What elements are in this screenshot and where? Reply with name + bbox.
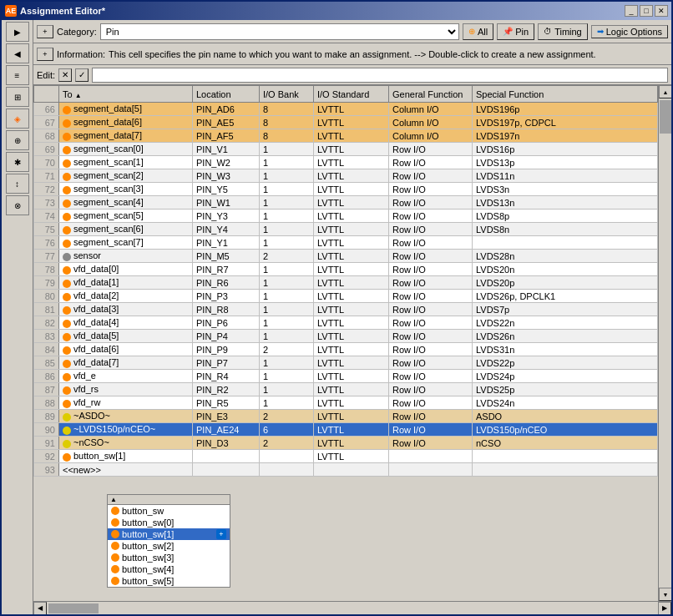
row-location[interactable]: PIN_W3: [193, 169, 260, 183]
row-location[interactable]: PIN_Y3: [193, 210, 260, 223]
vertical-scrollbar[interactable]: ▲ ▼: [658, 85, 671, 601]
scroll-right-button[interactable]: ▶: [658, 602, 671, 615]
row-location[interactable]: PIN_R2: [193, 383, 260, 396]
scroll-up-button[interactable]: ▲: [659, 85, 671, 98]
row-bank[interactable]: 1: [260, 223, 314, 236]
row-special[interactable]: LVDS20p: [473, 276, 658, 290]
row-location[interactable]: PIN_AF5: [193, 129, 260, 143]
row-bank[interactable]: 8: [260, 116, 314, 129]
row-special[interactable]: [473, 463, 658, 477]
row-general[interactable]: Row I/O: [389, 156, 473, 169]
row-std[interactable]: LVTTL: [314, 263, 389, 276]
row-std[interactable]: LVTTL: [314, 143, 389, 156]
row-bank[interactable]: 1: [260, 303, 314, 316]
row-name[interactable]: segment_scan[7]: [59, 236, 193, 250]
row-std[interactable]: LVTTL: [314, 276, 389, 290]
row-location[interactable]: PIN_E3: [193, 410, 260, 423]
table-row[interactable]: 76segment_scan[7]PIN_Y11LVTTLRow I/O: [34, 236, 658, 250]
edit-input[interactable]: [92, 68, 668, 83]
row-name[interactable]: vfd_data[0]: [59, 263, 193, 276]
row-special[interactable]: LVDS196p: [473, 103, 658, 116]
row-general[interactable]: Column I/O: [389, 103, 473, 116]
row-bank[interactable]: 1: [260, 383, 314, 396]
row-location[interactable]: PIN_V1: [193, 143, 260, 156]
table-row[interactable]: 66segment_data[5]PIN_AD68LVTTLColumn I/O…: [34, 103, 658, 116]
table-row[interactable]: 68segment_data[7]PIN_AF58LVTTLColumn I/O…: [34, 129, 658, 143]
table-row[interactable]: 84vfd_data[6]PIN_P92LVTTLRow I/OLVDS31n: [34, 343, 658, 356]
row-location[interactable]: PIN_R4: [193, 370, 260, 383]
add-icon[interactable]: +: [216, 529, 226, 539]
row-bank[interactable]: 8: [260, 129, 314, 143]
col-header-std[interactable]: I/O Standard: [314, 86, 389, 103]
row-bank[interactable]: 1: [260, 236, 314, 250]
col-header-general[interactable]: General Function: [389, 86, 473, 103]
row-std[interactable]: LVTTL: [314, 156, 389, 169]
minimize-button[interactable]: _: [625, 5, 638, 17]
row-std[interactable]: LVTTL: [314, 183, 389, 196]
row-name[interactable]: segment_data[7]: [59, 129, 193, 143]
row-std[interactable]: LVTTL: [314, 169, 389, 183]
row-std[interactable]: LVTTL: [314, 236, 389, 250]
row-std[interactable]: LVTTL: [314, 437, 389, 450]
row-bank[interactable]: 1: [260, 356, 314, 370]
row-general[interactable]: Row I/O: [389, 223, 473, 236]
row-bank[interactable]: 1: [260, 370, 314, 383]
row-name[interactable]: segment_scan[1]: [59, 156, 193, 169]
row-std[interactable]: LVTTL: [314, 250, 389, 263]
row-bank[interactable]: 1: [260, 196, 314, 210]
row-location[interactable]: PIN_P7: [193, 356, 260, 370]
table-row[interactable]: 82vfd_data[4]PIN_P61LVTTLRow I/OLVDS22n: [34, 316, 658, 330]
row-general[interactable]: Row I/O: [389, 263, 473, 276]
row-name[interactable]: vfd_data[7]: [59, 356, 193, 370]
row-name[interactable]: vfd_data[5]: [59, 330, 193, 343]
h-scrollbar-thumb[interactable]: [48, 603, 99, 613]
row-bank[interactable]: 1: [260, 290, 314, 303]
logic-options-button[interactable]: ➡ Logic Options: [591, 25, 668, 38]
row-name[interactable]: button_sw[1]: [59, 450, 193, 463]
row-general[interactable]: Row I/O: [389, 250, 473, 263]
row-name[interactable]: ~LVDS150p/nCEO~: [59, 423, 193, 437]
table-row[interactable]: 79vfd_data[1]PIN_R61LVTTLRow I/OLVDS20p: [34, 276, 658, 290]
row-special[interactable]: LVDS26n: [473, 330, 658, 343]
row-general[interactable]: Row I/O: [389, 183, 473, 196]
row-general[interactable]: Row I/O: [389, 196, 473, 210]
row-general[interactable]: Row I/O: [389, 437, 473, 450]
dropdown-item[interactable]: button_sw[1]+: [108, 528, 230, 540]
row-location[interactable]: PIN_W2: [193, 156, 260, 169]
row-name[interactable]: segment_data[6]: [59, 116, 193, 129]
pin-button[interactable]: 📌 Pin: [497, 23, 534, 40]
tool-button-3[interactable]: ≡: [6, 65, 29, 85]
row-location[interactable]: PIN_R8: [193, 303, 260, 316]
row-special[interactable]: LVDS24n: [473, 396, 658, 410]
table-row[interactable]: 88vfd_rwPIN_R51LVTTLRow I/OLVDS24n: [34, 396, 658, 410]
row-std[interactable]: LVTTL: [314, 303, 389, 316]
row-name[interactable]: ~ASDO~: [59, 410, 193, 423]
row-std[interactable]: LVTTL: [314, 210, 389, 223]
dropdown-item[interactable]: button_sw[3]: [108, 552, 230, 563]
row-general[interactable]: Row I/O: [389, 410, 473, 423]
row-std[interactable]: LVTTL: [314, 330, 389, 343]
row-special[interactable]: LVDS8n: [473, 223, 658, 236]
table-row[interactable]: 69segment_scan[0]PIN_V11LVTTLRow I/OLVDS…: [34, 143, 658, 156]
row-special[interactable]: LVDS16p: [473, 143, 658, 156]
tool-button-5[interactable]: ◈: [6, 109, 29, 129]
tool-button-7[interactable]: ✱: [6, 152, 29, 172]
row-location[interactable]: PIN_Y1: [193, 236, 260, 250]
row-special[interactable]: LVDS31n: [473, 343, 658, 356]
table-row[interactable]: 81vfd_data[3]PIN_R81LVTTLRow I/OLVDS7p: [34, 303, 658, 316]
row-bank[interactable]: 1: [260, 143, 314, 156]
h-scrollbar-track[interactable]: [47, 602, 658, 615]
row-name[interactable]: segment_scan[4]: [59, 196, 193, 210]
row-general[interactable]: Row I/O: [389, 383, 473, 396]
edit-confirm-button[interactable]: ✓: [75, 68, 89, 82]
row-special[interactable]: LVDS11n: [473, 169, 658, 183]
row-location[interactable]: PIN_AE5: [193, 116, 260, 129]
row-special[interactable]: LVDS7p: [473, 303, 658, 316]
tool-button-2[interactable]: ◀: [6, 43, 29, 63]
row-location[interactable]: PIN_R7: [193, 263, 260, 276]
row-general[interactable]: [389, 450, 473, 463]
tool-button-9[interactable]: ⊗: [6, 195, 29, 215]
row-special[interactable]: nCSO: [473, 437, 658, 450]
row-std[interactable]: LVTTL: [314, 223, 389, 236]
row-general[interactable]: Row I/O: [389, 276, 473, 290]
